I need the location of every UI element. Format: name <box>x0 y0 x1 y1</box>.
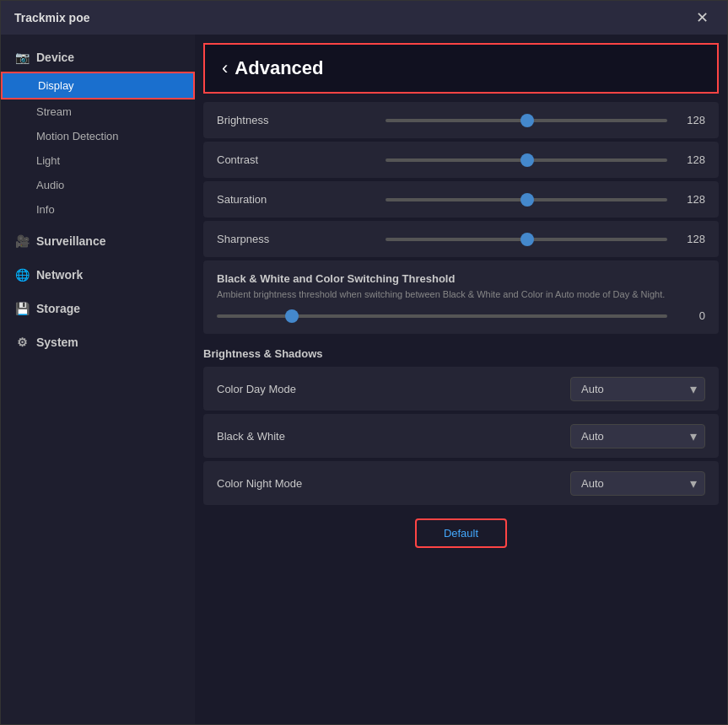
sidebar-network-label: Network <box>36 268 83 282</box>
sidebar-item-light[interactable]: Light <box>1 148 195 173</box>
close-button[interactable]: ✕ <box>690 6 714 30</box>
brightness-slider[interactable] <box>386 119 667 122</box>
panel-body: Brightness 128 Contrast 128 Satura <box>195 94 727 567</box>
color-night-mode-wrapper: Auto Manual Scheduled <box>570 471 705 496</box>
sharpness-slider-container <box>386 238 667 241</box>
panel-header: ‹ Advanced <box>203 43 719 94</box>
sidebar-item-display[interactable]: Display <box>1 72 195 99</box>
panel-title: Advanced <box>235 57 323 79</box>
main-panel: ‹ Advanced Brightness 128 Contrast <box>195 35 727 724</box>
bw-slider-row: 0 <box>217 309 705 322</box>
sidebar-surveillance-label: Surveillance <box>36 234 106 248</box>
sharpness-value: 128 <box>676 233 705 245</box>
saturation-slider-container <box>386 198 667 201</box>
black-white-wrapper: Auto Manual Scheduled <box>570 424 705 448</box>
sidebar: 📷 Device Display Stream Motion Detection… <box>1 35 195 724</box>
color-day-mode-row: Color Day Mode Auto Manual Scheduled <box>203 367 719 411</box>
sidebar-header-system[interactable]: ⚙ System <box>1 328 195 357</box>
back-arrow-icon[interactable]: ‹ <box>222 57 228 79</box>
bw-slider[interactable] <box>217 314 667 318</box>
sidebar-section-system: ⚙ System <box>1 328 195 357</box>
bw-threshold-row: Black & White and Color Switching Thresh… <box>203 260 719 334</box>
bw-value: 0 <box>676 309 705 322</box>
storage-icon: 💾 <box>14 301 30 316</box>
sidebar-section-network: 🌐 Network <box>1 260 195 289</box>
saturation-label: Saturation <box>217 193 386 206</box>
titlebar: Trackmix poe ✕ <box>1 1 727 35</box>
black-white-select[interactable]: Auto Manual Scheduled <box>570 424 705 448</box>
sidebar-device-label: Device <box>36 51 74 64</box>
sidebar-section-device: 📷 Device Display Stream Motion Detection… <box>1 43 195 222</box>
bw-slider-container <box>217 314 667 318</box>
default-button[interactable]: Default <box>415 518 507 548</box>
sidebar-item-motion-detection[interactable]: Motion Detection <box>1 124 195 148</box>
surveillance-icon: 🎥 <box>14 234 30 249</box>
main-content: 📷 Device Display Stream Motion Detection… <box>1 35 727 724</box>
sharpness-row: Sharpness 128 <box>203 221 719 257</box>
sidebar-header-storage[interactable]: 💾 Storage <box>1 294 195 323</box>
sidebar-system-label: System <box>36 336 78 349</box>
main-window: Trackmix poe ✕ 📷 Device Display Stream M… <box>0 0 728 725</box>
window-title: Trackmix poe <box>14 11 90 24</box>
sidebar-item-info[interactable]: Info <box>1 197 195 222</box>
network-icon: 🌐 <box>14 267 30 282</box>
sidebar-header-device: 📷 Device <box>1 43 195 72</box>
bw-title: Black & White and Color Switching Thresh… <box>217 272 705 285</box>
color-night-mode-select[interactable]: Auto Manual Scheduled <box>570 471 705 496</box>
contrast-label: Contrast <box>217 153 386 166</box>
bw-subtitle: Ambient brightness threshold when switch… <box>217 288 705 301</box>
brightness-shadows-label: Brightness & Shadows <box>203 337 719 367</box>
sidebar-header-surveillance[interactable]: 🎥 Surveillance <box>1 227 195 255</box>
contrast-value: 128 <box>676 153 705 166</box>
contrast-slider-container <box>386 158 667 162</box>
sidebar-section-storage: 💾 Storage <box>1 294 195 323</box>
saturation-row: Saturation 128 <box>203 181 719 218</box>
sharpness-label: Sharpness <box>217 233 386 245</box>
sidebar-storage-label: Storage <box>36 302 80 315</box>
black-white-row: Black & White Auto Manual Scheduled <box>203 414 719 458</box>
saturation-slider[interactable] <box>386 198 667 201</box>
color-night-mode-row: Color Night Mode Auto Manual Scheduled <box>203 461 719 505</box>
brightness-value: 128 <box>676 114 705 126</box>
sidebar-section-surveillance: 🎥 Surveillance <box>1 227 195 255</box>
color-day-mode-label: Color Day Mode <box>217 383 570 395</box>
sidebar-item-audio[interactable]: Audio <box>1 173 195 197</box>
saturation-value: 128 <box>676 193 705 206</box>
device-icon: 📷 <box>14 50 30 65</box>
sidebar-item-stream[interactable]: Stream <box>1 99 195 124</box>
sidebar-header-network[interactable]: 🌐 Network <box>1 260 195 289</box>
color-day-mode-wrapper: Auto Manual Scheduled <box>570 377 705 401</box>
brightness-row: Brightness 128 <box>203 102 719 138</box>
system-icon: ⚙ <box>14 335 30 350</box>
color-day-mode-select[interactable]: Auto Manual Scheduled <box>570 377 705 401</box>
color-night-mode-label: Color Night Mode <box>217 477 570 490</box>
contrast-slider[interactable] <box>386 158 667 162</box>
brightness-label: Brightness <box>217 114 386 126</box>
contrast-row: Contrast 128 <box>203 142 719 178</box>
brightness-slider-container <box>386 119 667 122</box>
footer-bar: Default <box>203 508 719 558</box>
sharpness-slider[interactable] <box>386 238 667 241</box>
black-white-label: Black & White <box>217 430 570 443</box>
